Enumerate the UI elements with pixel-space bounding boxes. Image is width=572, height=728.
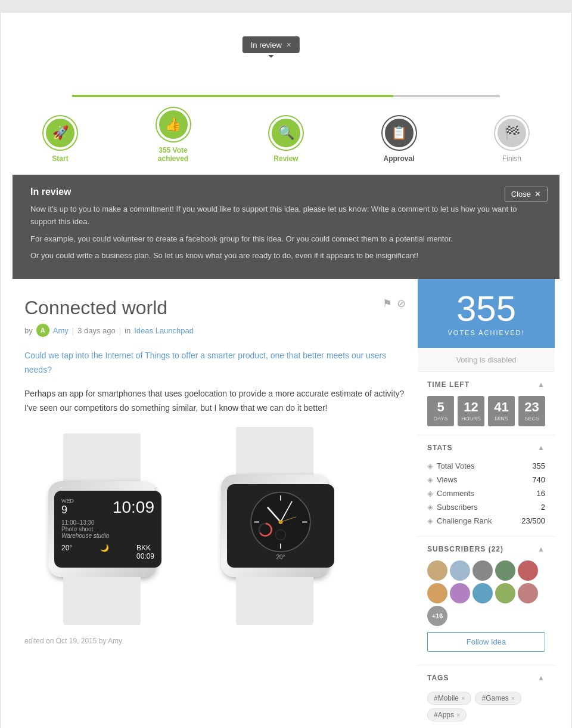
subscriber-avatar-3[interactable] <box>472 560 493 581</box>
mins-unit: MINS <box>490 416 512 422</box>
stats-header: STATS ▲ <box>427 444 545 452</box>
close-x-icon: ✕ <box>534 190 541 199</box>
subscriber-avatar-4[interactable] <box>495 560 515 581</box>
by-label: by <box>24 326 33 335</box>
tags-label: TAGS <box>427 674 449 682</box>
category-link[interactable]: Ideas Launchpad <box>134 326 194 335</box>
analog-clock-svg <box>248 491 313 553</box>
meta-sep1: | <box>72 326 74 335</box>
settings-button[interactable]: ⊘ <box>397 297 406 310</box>
watch-date: WED 9 <box>61 498 74 516</box>
dark-panel-close-button[interactable]: Close ✕ <box>505 187 548 202</box>
tag-games-remove[interactable]: × <box>511 695 515 702</box>
body-para-1-highlight: Could we tap into the Internet of Things… <box>24 351 386 374</box>
watch-face-digital: WED 9 10:09 11:00–13:30 Photo shoot Ware… <box>54 491 161 568</box>
step-start-circle: 🚀 <box>43 116 77 150</box>
follow-idea-button[interactable]: Follow Idea <box>427 632 545 652</box>
dark-panel-para-2: For example, you could volunteer to crea… <box>30 233 542 246</box>
watch-strap-top-2 <box>236 427 313 475</box>
idea-meta: by A Amy | 3 days ago | in Ideas Launchp… <box>24 324 406 337</box>
stat-subscribers-label: Subscribers <box>437 503 541 512</box>
page-wrapper: In review × 🚀 Start <box>0 12 572 728</box>
step-review-label: Review <box>273 154 298 163</box>
watch-images: WED 9 10:09 11:00–13:30 Photo shoot Ware… <box>24 427 406 625</box>
watch-face-analog: 20° <box>227 484 334 568</box>
dark-panel-para-3: Or you could write a business plan. So l… <box>30 250 542 262</box>
subscriber-avatar-5[interactable] <box>518 560 538 581</box>
meta-icons: ⚑ ⊘ <box>383 297 406 310</box>
step-finish-label: Finish <box>502 154 521 163</box>
time-boxes: 5 DAYS 12 HOURS 41 MINS 23 SECS <box>427 396 545 426</box>
days-value: 5 <box>430 401 452 414</box>
step-finish-circle: 🏁 <box>495 116 529 150</box>
subscriber-avatar-1[interactable] <box>427 560 447 581</box>
stat-votes-label: Total Votes <box>437 461 532 470</box>
time-left-header: TIME LEFT ▲ <box>427 380 545 389</box>
tag-mobile-label: #Mobile <box>434 694 459 702</box>
step-approval: 📋 Approval <box>375 116 423 163</box>
hours-unit: HOURS <box>460 416 482 422</box>
step-vote-label: 355 Vote achieved <box>150 146 197 163</box>
subscriber-avatar-7[interactable] <box>450 583 470 603</box>
step-approval-label: Approval <box>383 154 414 163</box>
body-para-2: Perhaps an app for smartphones that uses… <box>24 387 406 416</box>
hours-value: 12 <box>460 401 482 414</box>
time-left-chevron[interactable]: ▲ <box>537 380 545 389</box>
tag-games-label: #Games <box>481 694 508 702</box>
step-vote-circle: 👍 <box>157 108 190 141</box>
step-finish: 🏁 Finish <box>488 116 536 163</box>
stats-list: ◈ Total Votes 355 ◈ Views 740 ◈ Comments… <box>427 459 545 528</box>
watch-event: 11:00–13:30 Photo shoot Warehouse studio <box>61 519 154 539</box>
watch-outer-2: 20° <box>221 475 328 577</box>
step-start-label: Start <box>52 154 68 163</box>
watch-strap-top-1 <box>63 433 141 481</box>
stats-chevron[interactable]: ▲ <box>537 444 545 452</box>
edit-footer: edited on Oct 19, 2015 by Amy <box>24 637 406 645</box>
watch-outer-1: WED 9 10:09 11:00–13:30 Photo shoot Ware… <box>48 481 156 577</box>
idea-title: Connected world <box>24 297 167 319</box>
stat-comments-label: Comments <box>437 489 537 498</box>
watch-strap-bottom-1 <box>63 577 141 625</box>
hours-box: 12 HOURS <box>458 396 484 426</box>
subscriber-avatar-2[interactable] <box>450 560 470 581</box>
dark-panel-para-1: Now it's up to you to make a commitment!… <box>30 203 542 228</box>
subscribers-chevron[interactable]: ▲ <box>537 545 545 553</box>
subscribers-label: SUBSCRIBERS (22) <box>427 545 503 553</box>
secs-value: 23 <box>521 401 543 414</box>
stat-total-votes: ◈ Total Votes 355 <box>427 459 545 473</box>
idea-body: Could we tap into the Internet of Things… <box>24 349 406 415</box>
stat-views-label: Views <box>437 475 532 484</box>
days-unit: DAYS <box>430 416 452 422</box>
tooltip-close-icon[interactable]: × <box>287 40 291 49</box>
stat-comments-icon: ◈ <box>427 489 433 498</box>
step-start: 🚀 Start <box>36 116 84 163</box>
dark-panel: Close ✕ In review Now it's up to you to … <box>13 175 559 279</box>
tag-games: #Games × <box>475 692 521 705</box>
tag-mobile-remove[interactable]: × <box>461 695 465 702</box>
stat-votes-icon: ◈ <box>427 461 433 470</box>
tags-chevron[interactable]: ▲ <box>537 674 545 682</box>
flag-button[interactable]: ⚑ <box>383 297 392 310</box>
days-box: 5 DAYS <box>427 396 454 426</box>
tags-section: TAGS ▲ #Mobile × #Games × #Apps × <box>418 665 555 728</box>
stat-comments-value: 16 <box>537 489 545 498</box>
progress-line-pending <box>393 95 500 97</box>
tags-list: #Mobile × #Games × #Apps × <box>427 689 545 724</box>
stat-comments: ◈ Comments 16 <box>427 487 545 500</box>
subscriber-avatar-8[interactable] <box>472 583 493 603</box>
subscribers-section: SUBSCRIBERS (22) ▲ +16 Follow Idea <box>418 537 555 665</box>
subscriber-more-badge[interactable]: +16 <box>427 606 447 626</box>
watch-digital: WED 9 10:09 11:00–13:30 Photo shoot Ware… <box>24 433 179 625</box>
subscriber-avatar-10[interactable] <box>518 583 538 603</box>
dark-panel-title: In review <box>30 187 542 197</box>
stat-views: ◈ Views 740 <box>427 473 545 487</box>
subscriber-avatar-9[interactable] <box>495 583 515 603</box>
step-review: 🔍 Review <box>262 116 310 163</box>
tags-header: TAGS ▲ <box>427 674 545 682</box>
tag-apps: #Apps × <box>427 708 467 721</box>
tag-apps-label: #Apps <box>434 711 454 719</box>
tag-apps-remove[interactable]: × <box>456 711 460 718</box>
author-name[interactable]: Amy <box>53 326 69 335</box>
step-vote: 👍 355 Vote achieved <box>150 108 197 163</box>
subscriber-avatar-6[interactable] <box>427 583 447 603</box>
